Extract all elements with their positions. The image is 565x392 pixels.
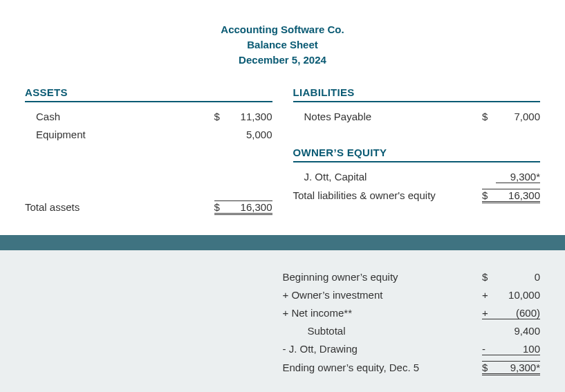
liabilities-title: LIABILITIES [293, 86, 541, 102]
sheet-title: Balance Sheet [25, 37, 540, 53]
sheet-date: December 5, 2024 [25, 53, 540, 68]
liab-equity-total-row: Total liabilities & owner's equity $ 16,… [293, 189, 541, 207]
calc-amount: (600) [496, 307, 540, 319]
asset-label: Equipment [25, 129, 214, 140]
calc-amount: 10,000 [496, 289, 540, 301]
company-name: Accounting Software Co. [25, 22, 540, 37]
equity-label: J. Ott, Capital [293, 171, 483, 183]
calc-row: - J. Ott, Drawing - 100 [283, 343, 541, 361]
equity-amount: 9,300* [496, 171, 540, 183]
equity-calc-section: Beginning owner’s equity $ 0 + Owner’s i… [0, 250, 565, 392]
calc-row: + Net income** + (600) [283, 307, 541, 325]
equity-row: J. Ott, Capital 9,300* [293, 171, 541, 189]
calc-label: Ending owner’s equity, Dec. 5 [283, 362, 483, 373]
calc-symbol: - [482, 343, 496, 355]
calc-symbol: $ [482, 271, 496, 283]
liab-equity-column: LIABILITIES Notes Payable $ 7,000 OWNER’… [293, 86, 541, 218]
currency-symbol: $ [482, 111, 496, 122]
calc-row: Beginning owner’s equity $ 0 [283, 271, 541, 289]
balance-sheet: Accounting Software Co. Balance Sheet De… [0, 0, 565, 235]
asset-row: Cash $ 11,300 [25, 111, 272, 129]
currency-symbol: $ [214, 111, 228, 122]
asset-label: Cash [25, 111, 214, 122]
assets-column: ASSETS Cash $ 11,300 Equipment 5,000 Tot… [25, 86, 272, 218]
calc-label: + Owner’s investment [283, 289, 483, 301]
calc-label: Subtotal [283, 325, 483, 337]
asset-amount: 5,000 [228, 129, 272, 140]
liability-row: Notes Payable $ 7,000 [293, 111, 541, 129]
columns: ASSETS Cash $ 11,300 Equipment 5,000 Tot… [25, 86, 540, 218]
calc-symbol: + [482, 307, 496, 319]
sheet-header: Accounting Software Co. Balance Sheet De… [25, 22, 540, 67]
liab-equity-total-label: Total liabilities & owner's equity [293, 189, 483, 201]
assets-total-label: Total assets [25, 201, 214, 213]
assets-total-row: Total assets $ 16,300 [25, 200, 272, 218]
liab-equity-total-amount: 16,300 [496, 189, 540, 203]
asset-amount: 11,300 [228, 111, 272, 122]
currency-symbol: $ [482, 189, 496, 203]
asset-row: Equipment 5,000 [25, 129, 272, 147]
currency-symbol: $ [214, 200, 228, 215]
calc-label: + Net income** [283, 307, 483, 319]
calc-total-row: Ending owner’s equity, Dec. 5 $ 9,300* [283, 361, 541, 379]
calc-amount: 0 [496, 271, 540, 283]
calc-amount: 9,400 [496, 325, 540, 337]
calc-symbol: + [482, 289, 496, 301]
calc-label: - J. Ott, Drawing [283, 343, 483, 355]
calc-row: + Owner’s investment + 10,000 [283, 289, 541, 307]
section-divider [0, 235, 565, 250]
assets-title: ASSETS [25, 86, 272, 102]
liability-amount: 7,000 [496, 111, 540, 122]
equity-title: OWNER’S EQUITY [293, 147, 541, 162]
calc-amount: 9,300* [496, 361, 540, 375]
calc-amount: 100 [496, 343, 540, 355]
calc-row: Subtotal 9,400 [283, 325, 541, 343]
calc-symbol: $ [482, 361, 496, 375]
calc-label: Beginning owner’s equity [283, 271, 483, 283]
liability-label: Notes Payable [293, 111, 483, 122]
assets-total-amount: 16,300 [228, 200, 272, 215]
equity-calc: Beginning owner’s equity $ 0 + Owner’s i… [283, 271, 541, 379]
